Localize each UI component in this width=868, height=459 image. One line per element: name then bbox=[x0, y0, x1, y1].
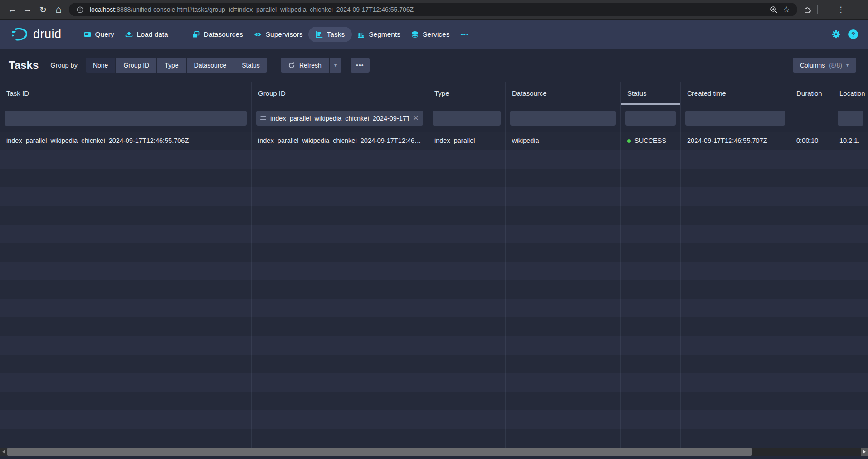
empty-row bbox=[0, 299, 868, 317]
empty-cell bbox=[833, 243, 868, 262]
empty-cell bbox=[505, 262, 620, 280]
cell-task-id[interactable]: index_parallel_wikipedia_chicnkei_2024-0… bbox=[0, 132, 251, 150]
empty-cell bbox=[505, 336, 620, 355]
cell-status[interactable]: SUCCESS bbox=[620, 132, 680, 150]
empty-row bbox=[0, 150, 868, 169]
cell-type[interactable]: index_parallel bbox=[428, 132, 505, 150]
forward-icon[interactable]: → bbox=[20, 2, 35, 17]
empty-cell bbox=[680, 262, 790, 280]
zoom-icon[interactable] bbox=[767, 3, 780, 16]
cell-location[interactable]: 10.2.1. bbox=[833, 132, 868, 150]
column-header-task-id[interactable]: Task ID bbox=[0, 82, 251, 105]
task-row[interactable]: index_parallel_wikipedia_chicnkei_2024-0… bbox=[0, 132, 868, 150]
group-by-type-button[interactable]: Type bbox=[157, 58, 185, 73]
cell-created-time[interactable]: 2024-09-17T12:46:55.707Z bbox=[680, 132, 790, 150]
column-header-created-time[interactable]: Created time bbox=[680, 82, 790, 105]
empty-cell bbox=[0, 225, 251, 243]
location-filter-input[interactable] bbox=[838, 111, 863, 126]
datasource-filter-input[interactable] bbox=[510, 111, 616, 126]
empty-cell bbox=[0, 355, 251, 373]
empty-row bbox=[0, 187, 868, 206]
nav-item-services[interactable]: Services bbox=[406, 27, 455, 42]
nav-item-segments[interactable]: Segments bbox=[352, 27, 406, 42]
empty-cell bbox=[251, 169, 428, 187]
task-id-filter-input[interactable] bbox=[5, 111, 247, 126]
tasks-view-header: Tasks Group by None Group ID Type Dataso… bbox=[0, 49, 868, 82]
nav-label: Services bbox=[423, 30, 449, 39]
refresh-icon bbox=[288, 62, 295, 69]
nav-item-supervisors[interactable]: Supervisors bbox=[249, 27, 308, 42]
back-icon[interactable]: ← bbox=[5, 2, 20, 17]
group-by-label: Group by bbox=[50, 62, 78, 69]
menu-kebab-icon[interactable]: ⋮ bbox=[833, 2, 848, 17]
empty-cell bbox=[251, 429, 428, 448]
empty-cell bbox=[0, 206, 251, 225]
scrollbar-track[interactable] bbox=[752, 448, 861, 456]
empty-cell bbox=[620, 336, 680, 355]
group-by-datasource-button[interactable]: Datasource bbox=[187, 58, 234, 73]
settings-gear-icon[interactable] bbox=[832, 30, 840, 39]
empty-cell bbox=[428, 225, 505, 243]
cell-group-id[interactable]: index_parallel_wikipedia_chicnkei_2024-0… bbox=[251, 132, 428, 150]
empty-cell bbox=[505, 299, 620, 317]
home-icon[interactable]: ⌂ bbox=[51, 2, 66, 17]
site-info-icon[interactable] bbox=[73, 3, 86, 16]
nav-more-icon[interactable]: ••• bbox=[455, 27, 474, 42]
empty-cell bbox=[790, 262, 833, 280]
nav-item-tasks[interactable]: Tasks bbox=[308, 27, 352, 42]
empty-cell bbox=[833, 150, 868, 169]
column-header-datasource[interactable]: Datasource bbox=[505, 82, 620, 105]
equals-icon bbox=[260, 116, 266, 120]
column-header-location[interactable]: Location bbox=[833, 82, 868, 105]
group-by-status-button[interactable]: Status bbox=[234, 58, 267, 73]
group-id-filter-chip[interactable]: index_parallel_wikipedia_chicnkei_2024-0… bbox=[256, 111, 423, 126]
scrollbar-thumb[interactable] bbox=[7, 448, 752, 456]
empty-cell bbox=[790, 336, 833, 355]
refresh-interval-caret-button[interactable]: ▾ bbox=[330, 58, 341, 73]
empty-cell bbox=[680, 150, 790, 169]
cell-duration[interactable]: 0:00:10 bbox=[790, 132, 833, 150]
help-icon[interactable]: ? bbox=[848, 29, 858, 39]
extensions-icon[interactable] bbox=[801, 3, 814, 16]
empty-cell bbox=[833, 317, 868, 336]
nav-item-datasources[interactable]: Datasources bbox=[187, 27, 249, 42]
nav-item-query[interactable]: Query bbox=[78, 27, 120, 42]
created-time-filter-input[interactable] bbox=[685, 111, 785, 126]
empty-row bbox=[0, 169, 868, 187]
empty-cell bbox=[428, 206, 505, 225]
group-by-none-button[interactable]: None bbox=[86, 58, 115, 73]
empty-cell bbox=[790, 150, 833, 169]
empty-cell bbox=[680, 429, 790, 448]
chevron-down-icon: ▾ bbox=[334, 62, 337, 68]
empty-cell bbox=[505, 355, 620, 373]
column-header-type[interactable]: Type bbox=[428, 82, 505, 105]
scroll-right-arrow-icon[interactable] bbox=[861, 448, 868, 456]
druid-navbar: druid Query Load data Datasources Superv… bbox=[0, 20, 868, 49]
empty-cell bbox=[0, 262, 251, 280]
empty-cell bbox=[680, 317, 790, 336]
column-header-status[interactable]: Status bbox=[620, 82, 680, 105]
druid-brand[interactable]: druid bbox=[6, 27, 65, 42]
cell-datasource[interactable]: wikipedia bbox=[505, 132, 620, 150]
profile-avatar[interactable] bbox=[821, 4, 833, 15]
reload-icon[interactable]: ↻ bbox=[35, 2, 51, 17]
horizontal-scrollbar[interactable] bbox=[0, 448, 868, 456]
tasks-table: Task ID Group ID Type Datasource Status … bbox=[0, 82, 868, 448]
empty-cell bbox=[680, 187, 790, 206]
column-header-duration[interactable]: Duration bbox=[790, 82, 833, 105]
refresh-button[interactable]: Refresh bbox=[281, 58, 329, 73]
column-header-group-id[interactable]: Group ID bbox=[251, 82, 428, 105]
scroll-left-arrow-icon[interactable] bbox=[0, 448, 7, 456]
status-filter-input[interactable] bbox=[625, 111, 676, 126]
empty-cell bbox=[505, 373, 620, 392]
clear-filter-icon[interactable]: ✕ bbox=[413, 114, 419, 122]
address-bar[interactable]: localhost:8888/unified-console.html#task… bbox=[69, 3, 797, 16]
bookmark-star-icon[interactable]: ☆ bbox=[780, 3, 793, 16]
columns-picker-button[interactable]: Columns (8/8) ▾ bbox=[793, 58, 856, 73]
view-more-actions-button[interactable]: ••• bbox=[351, 58, 370, 73]
type-filter-input[interactable] bbox=[433, 111, 501, 126]
empty-cell bbox=[790, 169, 833, 187]
empty-cell bbox=[428, 150, 505, 169]
nav-item-load-data[interactable]: Load data bbox=[120, 27, 174, 42]
group-by-group-id-button[interactable]: Group ID bbox=[116, 58, 156, 73]
